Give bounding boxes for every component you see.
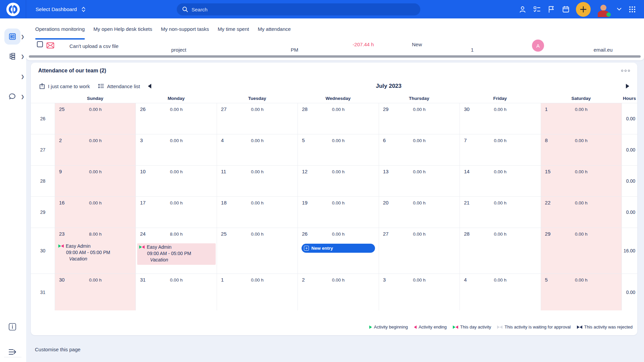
app-logo[interactable]: [0, 0, 26, 18]
tab-my-attendance[interactable]: My attendance: [258, 18, 290, 40]
chevron-right-icon[interactable]: ❯: [21, 74, 24, 79]
chevron-right-icon[interactable]: ❯: [21, 54, 24, 59]
ticket-title-link[interactable]: Can't upload a csv file: [69, 43, 118, 49]
day-cell[interactable]: 2 0.00 h: [55, 134, 136, 165]
day-cell[interactable]: 20 0.00 h: [379, 197, 460, 228]
day-cell[interactable]: 18 0.00 h: [217, 197, 298, 228]
new-entry-button[interactable]: + New entry: [302, 244, 375, 253]
day-cell[interactable]: 2 0.00 h: [298, 274, 378, 310]
day-number: 23: [59, 231, 65, 237]
day-cell[interactable]: 7 0.00 h: [460, 134, 540, 165]
quick-add-button[interactable]: [576, 2, 591, 17]
project-tree-icon: [4, 48, 20, 64]
calendar-icon[interactable]: [561, 5, 570, 14]
user-avatar[interactable]: [596, 2, 610, 16]
day-cell[interactable]: 4 0.00 h: [217, 134, 298, 165]
sidebar-collapse-button[interactable]: [0, 344, 26, 360]
select-dashboard-button[interactable]: Select Dashboard: [36, 6, 86, 12]
search-input[interactable]: [192, 7, 393, 12]
day-cell[interactable]: 26 0.00 h: [136, 103, 216, 134]
day-cell[interactable]: 16 0.00 h: [55, 197, 136, 228]
day-cell[interactable]: 10 0.00 h: [136, 166, 216, 196]
day-cell[interactable]: 12 0.00 h: [298, 166, 378, 196]
day-cell[interactable]: 5 0.00 h: [541, 274, 622, 310]
day-cell[interactable]: 24 8.00 h Easy Admin 09:00 AM - 05:00 PM…: [136, 228, 216, 274]
day-cell[interactable]: 27 0.00 h: [217, 103, 298, 134]
apps-grid-icon[interactable]: [628, 5, 637, 14]
day-cell[interactable]: 5 0.00 h: [298, 134, 378, 165]
day-number: 29: [383, 106, 389, 112]
day-cell[interactable]: 9 0.00 h: [55, 166, 136, 196]
day-cell[interactable]: 23 8.00 h Easy Admin 09:00 AM - 05:00 PM…: [55, 228, 136, 274]
tasks-checklist-icon[interactable]: [533, 5, 541, 14]
sidebar-item-info[interactable]: [0, 318, 26, 335]
customise-page-link[interactable]: Customise this page: [35, 347, 80, 352]
day-cell[interactable]: 28 0.00 h: [460, 228, 540, 274]
activity-beginning-icon: [58, 244, 61, 248]
day-cell[interactable]: 19 0.00 h: [298, 197, 378, 228]
day-cell[interactable]: 25 0.00 h: [55, 103, 136, 134]
search-bar[interactable]: [177, 3, 420, 15]
day-cell[interactable]: 8 0.00 h: [541, 134, 622, 165]
day-cell[interactable]: 25 0.00 h: [217, 228, 298, 274]
next-month-button[interactable]: [626, 84, 629, 88]
tab-my-open-help-desk-tickets[interactable]: My open Help desk tickets: [94, 18, 152, 40]
day-hours: 0.00 h: [217, 274, 298, 283]
sidebar-item-messages[interactable]: ❯: [0, 88, 26, 105]
main-content: Operations monitoring My open Help desk …: [26, 18, 644, 362]
chevron-right-icon[interactable]: ❯: [21, 94, 24, 99]
tab-my-time-spent[interactable]: My time spent: [218, 18, 249, 40]
day-hours: 0.00 h: [298, 134, 378, 143]
day-cell[interactable]: 29 0.00 h: [379, 103, 460, 134]
sidebar-item-projects[interactable]: ❯: [0, 48, 26, 65]
day-cell[interactable]: 28 0.00 h: [298, 103, 378, 134]
chevron-down-icon[interactable]: [616, 5, 622, 14]
flag-icon[interactable]: [547, 5, 556, 14]
day-cell[interactable]: 6 0.00 h: [379, 134, 460, 165]
legend-label: Activity ending: [419, 324, 447, 329]
previous-month-button[interactable]: [148, 84, 151, 88]
day-cell[interactable]: 30 0.00 h: [55, 274, 136, 310]
week-number: 26: [31, 103, 55, 134]
month-title: July 2023: [159, 83, 618, 89]
day-cell[interactable]: 13 0.00 h: [379, 166, 460, 196]
day-hours: 0.00 h: [541, 228, 622, 237]
day-hours: 0.00 h: [298, 166, 378, 174]
day-number: 20: [383, 200, 389, 205]
day-cell[interactable]: 14 0.00 h: [460, 166, 540, 196]
day-cell[interactable]: 27 0.00 h: [379, 228, 460, 274]
day-cell[interactable]: 30 0.00 h: [460, 103, 540, 134]
list-icon: [98, 83, 104, 89]
day-cell[interactable]: 29 0.00 h: [541, 228, 622, 274]
user-icon[interactable]: [518, 5, 527, 14]
day-cell[interactable]: 31 0.00 h: [136, 274, 216, 310]
day-header-saturday: Saturday: [541, 96, 622, 101]
day-cell[interactable]: 21 0.00 h: [460, 197, 540, 228]
attendance-event[interactable]: Easy Admin 09:00 AM - 05:00 PM Vacation: [58, 243, 136, 261]
day-cell[interactable]: 26 0.00 h + New entry: [298, 228, 378, 274]
chevron-right-icon[interactable]: ❯: [21, 34, 24, 39]
day-cell[interactable]: 3 0.00 h: [379, 274, 460, 310]
day-cell[interactable]: 1 0.00 h: [217, 274, 298, 310]
day-cell[interactable]: 11 0.00 h: [217, 166, 298, 196]
sidebar-item-dashboards[interactable]: ❯: [0, 28, 26, 45]
day-cell[interactable]: 3 0.00 h: [136, 134, 216, 165]
day-cell[interactable]: 15 0.00 h: [541, 166, 622, 196]
horizontal-scrollbar[interactable]: [29, 55, 641, 58]
day-number: 31: [140, 277, 146, 283]
day-number: 5: [545, 277, 548, 283]
day-cell[interactable]: 4 0.00 h: [460, 274, 540, 310]
row-checkbox[interactable]: [37, 41, 43, 47]
day-number: 21: [464, 200, 470, 205]
attendance-list-button[interactable]: Attendance list: [98, 83, 140, 89]
attendance-event[interactable]: Easy Admin 09:00 AM - 05:00 PM Vacation: [137, 243, 215, 265]
day-cell[interactable]: 1 0.00 h: [541, 103, 622, 134]
tab-my-non-support-tasks[interactable]: My non-support tasks: [161, 18, 209, 40]
sidebar-item-more[interactable]: ❯: [0, 68, 26, 85]
panel-options-button[interactable]: [621, 70, 630, 72]
day-cell[interactable]: 17 0.00 h: [136, 197, 216, 228]
tab-operations-monitoring[interactable]: Operations monitoring: [35, 18, 85, 40]
day-hours: 0.00 h: [541, 103, 622, 112]
day-cell[interactable]: 22 0.00 h: [541, 197, 622, 228]
came-to-work-button[interactable]: I just came to work: [39, 83, 90, 89]
